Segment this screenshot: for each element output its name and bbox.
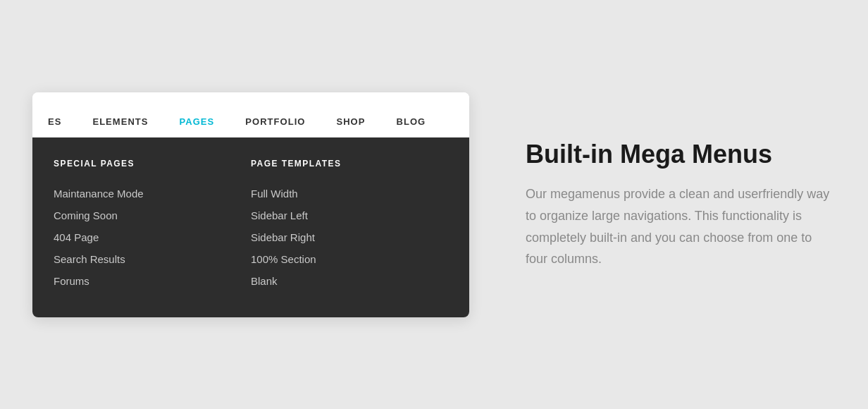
nav-item-es[interactable]: ES [32, 106, 77, 137]
description-panel: Built-in Mega Menus Our megamenus provid… [526, 139, 836, 270]
nav-bar: ES ELEMENTS PAGES PORTFOLIO SHOP BLOG [32, 92, 469, 138]
nav-item-portfolio[interactable]: PORTFOLIO [230, 106, 321, 137]
page-templates-title: PAGE TEMPLATES [251, 159, 448, 169]
menu-item-coming-soon[interactable]: Coming Soon [54, 204, 251, 226]
menu-item-search-results[interactable]: Search Results [54, 248, 251, 270]
mega-column-page-templates: PAGE TEMPLATES Full Width Sidebar Left S… [251, 159, 448, 292]
menu-item-sidebar-left[interactable]: Sidebar Left [251, 204, 448, 226]
description-title: Built-in Mega Menus [526, 139, 836, 169]
menu-item-404[interactable]: 404 Page [54, 226, 251, 248]
mega-menu-dropdown: SPECIAL PAGES Maintanance Mode Coming So… [32, 138, 469, 317]
nav-item-pages[interactable]: PAGES [164, 106, 230, 137]
menu-item-100-section[interactable]: 100% Section [251, 248, 448, 270]
nav-item-elements[interactable]: ELEMENTS [77, 106, 163, 137]
description-body: Our megamenus provide a clean and userfr… [526, 183, 836, 269]
menu-item-maintanance[interactable]: Maintanance Mode [54, 183, 251, 204]
special-pages-title: SPECIAL PAGES [54, 159, 251, 169]
menu-item-forums[interactable]: Forums [54, 270, 251, 292]
menu-item-sidebar-right[interactable]: Sidebar Right [251, 226, 448, 248]
menu-item-full-width[interactable]: Full Width [251, 183, 448, 204]
nav-item-shop[interactable]: SHOP [321, 106, 380, 137]
main-container: ES ELEMENTS PAGES PORTFOLIO SHOP BLOG SP… [32, 92, 836, 317]
nav-item-blog[interactable]: BLOG [381, 106, 442, 137]
mega-column-special-pages: SPECIAL PAGES Maintanance Mode Coming So… [54, 159, 251, 292]
menu-item-blank[interactable]: Blank [251, 270, 448, 292]
menu-panel: ES ELEMENTS PAGES PORTFOLIO SHOP BLOG SP… [32, 92, 469, 317]
